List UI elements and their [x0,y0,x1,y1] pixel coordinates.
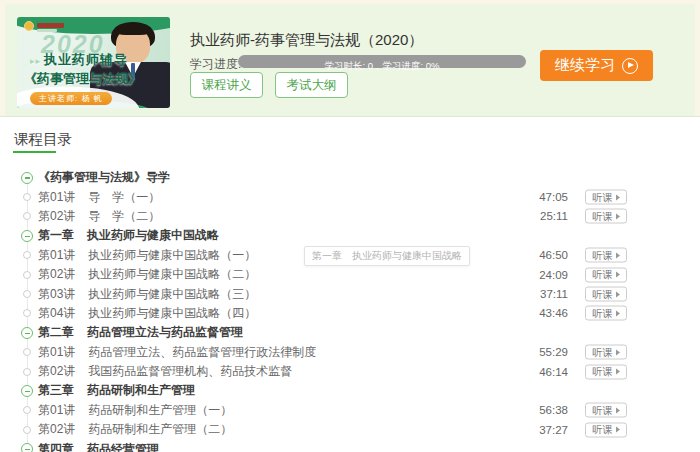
lesson-bullet-icon [23,426,31,434]
row-number: 第03讲 [38,286,75,303]
mini-play-icon [616,272,620,278]
lesson-duration: 25:11 [540,210,568,222]
listen-button[interactable]: 听课 [585,267,627,282]
lesson-row[interactable]: 第04讲 执业药师与健康中国战略（四） 43:46 听课 [0,304,700,323]
lesson-bullet-icon [23,309,31,317]
mini-play-icon [616,252,620,258]
row-number: 第02讲 [38,421,75,438]
row-title: 执业药师与健康中国战略（三） [88,286,256,303]
lesson-row[interactable]: 第02讲 执业药师与健康中国战略（二） 24:09 听课 [0,265,700,284]
lesson-duration: 56:38 [539,404,568,416]
handout-button[interactable]: 课程讲义 [190,72,263,98]
thumbnail-arrows-icon: ▸▸ [30,56,41,66]
listen-label: 听课 [593,423,613,437]
row-number: 第01讲 [38,247,75,264]
chapter-hover-tooltip: 第一章 执业药师与健康中国战略 [304,246,470,266]
row-title: 执业药师与健康中国战略（二） [88,266,256,283]
teacher-badge: 主讲老师: 杨 帆 [30,92,112,105]
row-number: 第02讲 [38,363,75,380]
lesson-duration: 37:11 [540,288,568,300]
collapse-minus-icon[interactable] [21,172,33,184]
listen-button[interactable]: 听课 [585,422,627,437]
lesson-row[interactable]: 第02讲 我国药品监督管理机构、药品技术监督 46:14 听课 [0,362,700,381]
progress-text: 学习时长: 0，学习进度: 0% [324,60,439,71]
collapse-minus-icon[interactable] [21,385,33,397]
lesson-duration: 43:46 [539,307,568,319]
row-title: 执业药师与健康中国战略（四） [88,305,256,322]
lesson-row[interactable]: 第02讲 导 学（二） 25:11 听课 [0,207,700,226]
row-title: 药品研制和生产管理（一） [88,402,232,419]
row-number: 第二章 [38,324,74,341]
mini-play-icon [616,369,620,375]
row-number: 第一章 [38,227,74,244]
row-number: 第01讲 [38,402,75,419]
collapse-minus-icon[interactable] [21,327,33,339]
row-number: 第04讲 [38,305,75,322]
listen-button[interactable]: 听课 [585,190,627,205]
catalog-title: 课程目录 [14,130,72,149]
listen-button[interactable]: 听课 [585,306,627,321]
row-number: 第四章 [38,441,74,452]
collapse-minus-icon[interactable] [21,230,33,242]
lesson-row[interactable]: 第01讲 药品管理立法、药品监督管理行政法律制度 55:29 听课 [0,343,700,362]
listen-button[interactable]: 听课 [585,364,627,379]
brand-logo-text [37,23,64,28]
row-number: 第01讲 [38,344,75,361]
lesson-bullet-icon [23,368,31,376]
lesson-row[interactable]: 第02讲 药品研制和生产管理（二） 37:27 听课 [0,420,700,439]
course-thumbnail[interactable]: 2020 ▸▸执业药师辅导 《药事管理与法规》 主讲老师: 杨 帆 [17,17,170,108]
lesson-bullet-icon [23,406,31,414]
lesson-duration: 46:14 [539,366,568,378]
instructor-fringe [115,23,151,35]
lesson-bullet-icon [23,348,31,356]
row-number: 第02讲 [38,266,75,283]
continue-study-button[interactable]: 继续学习 [540,50,653,81]
brand-logo-icon [24,21,34,31]
lesson-row[interactable]: 第03讲 执业药师与健康中国战略（三） 37:11 听课 [0,284,700,303]
listen-button[interactable]: 听课 [585,209,627,224]
syllabus-button[interactable]: 考试大纲 [275,72,348,98]
listen-label: 听课 [593,248,613,262]
course-list: 《药事管理与法规》导学 第01讲 导 学（一） 47:05 听课 第02讲 导 … [0,168,700,452]
row-number: 第02讲 [38,208,75,225]
listen-label: 听课 [593,345,613,359]
course-header-card: 2020 ▸▸执业药师辅导 《药事管理与法规》 主讲老师: 杨 帆 执业药师-药… [5,4,695,116]
progress-bar: 学习时长: 0，学习进度: 0% [238,55,526,68]
continue-study-label: 继续学习 [555,56,615,75]
lesson-duration: 55:29 [539,346,568,358]
chapter-row: 第三章 药品研制和生产管理 [0,381,700,400]
row-title: 药品研制和生产管理（二） [88,421,232,438]
mini-play-icon [616,213,620,219]
row-title: 我国药品监督管理机构、药品技术监督 [88,363,292,380]
mini-play-icon [616,349,620,355]
chapter-row: 第二章 药品管理立法与药品监督管理 [0,323,700,342]
listen-button[interactable]: 听课 [585,248,627,263]
row-title: 执业药师与健康中国战略（一） [88,247,256,264]
row-title: 执业药师与健康中国战略 [87,227,219,244]
row-title: 药品经营管理 [87,441,159,452]
listen-label: 听课 [593,268,613,282]
course-title: 执业药师-药事管理与法规（2020） [190,31,423,50]
lesson-row[interactable]: 第01讲 药品研制和生产管理（一） 56:38 听课 [0,401,700,420]
row-title: 药品管理立法、药品监督管理行政法律制度 [88,344,316,361]
listen-label: 听课 [593,209,613,223]
listen-label: 听课 [593,306,613,320]
listen-button[interactable]: 听课 [585,345,627,360]
listen-label: 听课 [593,365,613,379]
lesson-row[interactable]: 第01讲 导 学（一） 47:05 听课 [0,187,700,206]
mini-play-icon [616,407,620,413]
listen-label: 听课 [593,403,613,417]
chapter-row: 第四章 药品经营管理 [0,439,700,452]
mini-play-icon [616,291,620,297]
mini-play-icon [616,310,620,316]
lesson-bullet-icon [23,271,31,279]
listen-button[interactable]: 听课 [585,403,627,418]
collapse-minus-icon[interactable] [21,443,33,452]
thumbnail-course-name: ▸▸执业药师辅导 [30,51,128,69]
row-title: 《药事管理与法规》导学 [38,169,170,186]
row-title: 导 学（二） [88,208,160,225]
lesson-bullet-icon [23,212,31,220]
lesson-bullet-icon [23,193,31,201]
listen-button[interactable]: 听课 [585,287,627,302]
chapter-row: 第一章 执业药师与健康中国战略 [0,226,700,245]
